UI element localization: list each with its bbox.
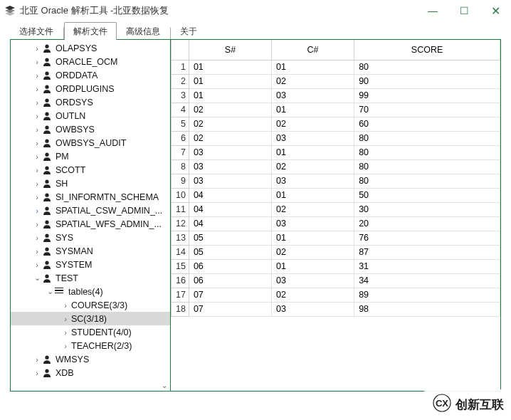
cell-s[interactable]: 04 xyxy=(189,202,271,216)
tree-schema[interactable]: ›SI_INFORMTN_SCHEMA xyxy=(11,190,170,204)
chevron-down-icon[interactable]: ⌄ xyxy=(32,273,42,283)
cell-score[interactable]: 20 xyxy=(354,216,500,231)
chevron-right-icon[interactable]: › xyxy=(32,152,42,161)
cell-score[interactable]: 87 xyxy=(354,245,500,259)
tree-schema[interactable]: ›OUTLN xyxy=(11,109,170,122)
cell-s[interactable]: 04 xyxy=(189,188,271,202)
tree-schema[interactable]: ›XDB xyxy=(11,366,170,379)
tree-schema[interactable]: ›WMSYS xyxy=(11,352,170,366)
cell-score[interactable]: 99 xyxy=(354,88,500,103)
column-header-c[interactable]: C# xyxy=(272,40,354,60)
cell-c[interactable]: 01 xyxy=(272,188,354,202)
cell-s[interactable]: 06 xyxy=(189,259,271,273)
cell-score[interactable]: 89 xyxy=(354,288,500,302)
chevron-right-icon[interactable]: › xyxy=(32,58,42,66)
cell-s[interactable]: 03 xyxy=(189,145,271,159)
tree-table[interactable]: ›SC(3/18) xyxy=(11,312,170,325)
chevron-right-icon[interactable]: › xyxy=(32,233,42,242)
tree-schema[interactable]: ⌄TEST xyxy=(11,271,170,285)
table-row[interactable]: 6020380 xyxy=(172,131,500,145)
cell-score[interactable]: 60 xyxy=(354,117,500,131)
chevron-right-icon[interactable]: › xyxy=(32,71,42,80)
cell-s[interactable]: 01 xyxy=(189,88,271,103)
minimize-button[interactable]: — xyxy=(417,0,448,21)
cell-c[interactable]: 02 xyxy=(272,245,354,259)
chevron-right-icon[interactable]: › xyxy=(60,301,70,310)
cell-score[interactable]: 80 xyxy=(354,145,500,159)
cell-c[interactable]: 03 xyxy=(272,302,354,316)
data-grid[interactable]: S# C# SCORE 1010180201029030103994020170… xyxy=(171,40,500,391)
cell-score[interactable]: 80 xyxy=(354,174,500,188)
cell-s[interactable]: 04 xyxy=(189,216,271,231)
cell-s[interactable]: 03 xyxy=(189,159,271,174)
chevron-right-icon[interactable]: › xyxy=(32,139,42,147)
cell-score[interactable]: 31 xyxy=(354,259,500,273)
chevron-right-icon[interactable]: › xyxy=(32,179,42,188)
cell-s[interactable]: 01 xyxy=(189,60,271,74)
tree-schema[interactable]: ›OWBSYS_AUDIT xyxy=(11,136,170,149)
cell-s[interactable]: 05 xyxy=(189,231,271,245)
cell-score[interactable]: 98 xyxy=(354,302,500,316)
cell-c[interactable]: 02 xyxy=(272,288,354,302)
tree-schema[interactable]: ›ORDSYS xyxy=(11,95,170,109)
tree-schema[interactable]: ›ORDDATA xyxy=(11,68,170,82)
chevron-right-icon[interactable]: › xyxy=(32,261,42,269)
cell-score[interactable]: 50 xyxy=(354,188,500,202)
cell-score[interactable]: 80 xyxy=(354,131,500,145)
table-row[interactable]: 16060334 xyxy=(172,273,500,288)
chevron-right-icon[interactable]: › xyxy=(32,85,42,93)
table-row[interactable]: 7030180 xyxy=(172,145,500,159)
cell-score[interactable]: 76 xyxy=(354,231,500,245)
cell-c[interactable]: 02 xyxy=(272,117,354,131)
table-row[interactable]: 8030280 xyxy=(172,159,500,174)
table-row[interactable]: 3010399 xyxy=(172,88,500,103)
tree-table[interactable]: ›COURSE(3/3) xyxy=(11,298,170,312)
table-row[interactable]: 15060131 xyxy=(172,259,500,273)
column-header-s[interactable]: S# xyxy=(189,40,271,60)
cell-s[interactable]: 07 xyxy=(189,288,271,302)
cell-s[interactable]: 03 xyxy=(189,174,271,188)
cell-s[interactable]: 01 xyxy=(189,74,271,88)
cell-c[interactable]: 01 xyxy=(272,259,354,273)
cell-c[interactable]: 03 xyxy=(272,273,354,288)
table-row[interactable]: 12040320 xyxy=(172,216,500,231)
cell-s[interactable]: 02 xyxy=(189,103,271,117)
tree-schema[interactable]: ›ORACLE_OCM xyxy=(11,55,170,68)
chevron-down-icon[interactable]: ⌄ xyxy=(45,287,55,296)
chevron-right-icon[interactable]: › xyxy=(32,220,42,229)
schema-tree[interactable]: ›OLAPSYS›ORACLE_OCM›ORDDATA›ORDPLUGINS›O… xyxy=(11,40,171,391)
column-header-score[interactable]: SCORE xyxy=(354,40,500,60)
chevron-right-icon[interactable]: › xyxy=(32,369,42,377)
cell-score[interactable]: 80 xyxy=(354,159,500,174)
tree-schema[interactable]: ›SYS xyxy=(11,231,170,244)
tree-table[interactable]: ›TEACHER(2/3) xyxy=(11,339,170,352)
table-row[interactable]: 17070289 xyxy=(172,288,500,302)
cell-s[interactable]: 06 xyxy=(189,273,271,288)
tree-schema[interactable]: ›SPATIAL_WFS_ADMIN_... xyxy=(11,217,170,231)
tree-tables-node[interactable]: ⌄tables(4) xyxy=(11,285,170,298)
tree-schema[interactable]: ›SCOTT xyxy=(11,163,170,177)
cell-c[interactable]: 03 xyxy=(272,174,354,188)
table-row[interactable]: 18070398 xyxy=(172,302,500,316)
tree-schema[interactable]: ›SPATIAL_CSW_ADMIN_... xyxy=(11,204,170,217)
cell-c[interactable]: 01 xyxy=(272,231,354,245)
chevron-right-icon[interactable]: › xyxy=(32,44,42,53)
cell-s[interactable]: 05 xyxy=(189,245,271,259)
table-row[interactable]: 10040150 xyxy=(172,188,500,202)
cell-c[interactable]: 03 xyxy=(272,131,354,145)
chevron-right-icon[interactable]: › xyxy=(32,98,42,107)
tab-advanced-info[interactable]: 高级信息 xyxy=(117,22,169,40)
cell-s[interactable]: 02 xyxy=(189,131,271,145)
table-row[interactable]: 4020170 xyxy=(172,103,500,117)
maximize-button[interactable]: ☐ xyxy=(448,0,480,21)
cell-c[interactable]: 01 xyxy=(272,103,354,117)
chevron-right-icon[interactable]: › xyxy=(32,193,42,201)
table-row[interactable]: 11040230 xyxy=(172,202,500,216)
tree-schema[interactable]: ›ORDPLUGINS xyxy=(11,82,170,95)
chevron-right-icon[interactable]: › xyxy=(60,328,70,337)
tree-table[interactable]: ›STUDENT(4/0) xyxy=(11,325,170,339)
cell-c[interactable]: 02 xyxy=(272,202,354,216)
tab-parse-file[interactable]: 解析文件 xyxy=(64,22,117,40)
table-row[interactable]: 1010180 xyxy=(172,60,500,74)
tree-schema[interactable]: ›OLAPSYS xyxy=(11,41,170,55)
